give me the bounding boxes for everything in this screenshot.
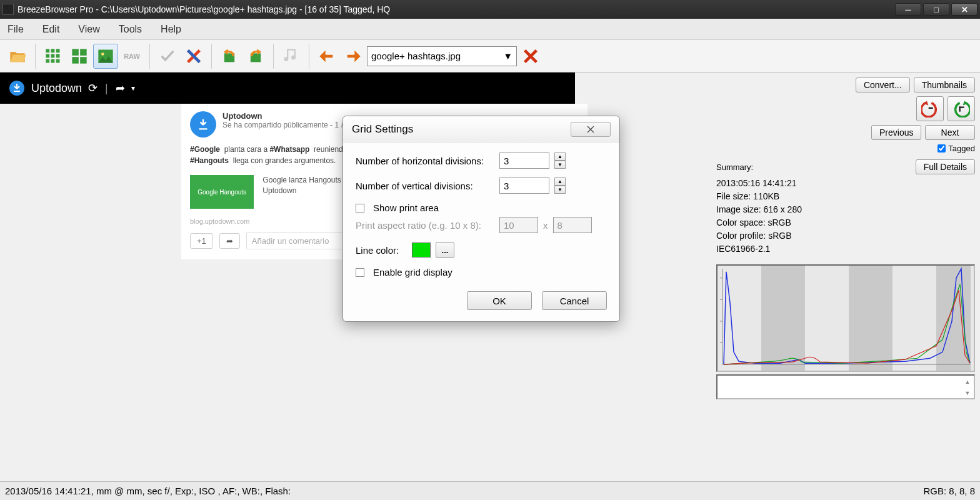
- dialog-title: Grid Settings: [352, 123, 413, 136]
- hdiv-input[interactable]: 3: [499, 152, 549, 169]
- spin-down-icon[interactable]: ▼: [554, 161, 566, 169]
- detail-datetime: 2013:05:16 14:41:21: [716, 177, 975, 190]
- prev-arrow-button[interactable]: [314, 44, 339, 69]
- delete-button[interactable]: [518, 44, 543, 69]
- post-shared-line: Se ha compartido públicamente - 1 #: [222, 121, 345, 129]
- convert-button[interactable]: Convert...: [856, 78, 910, 92]
- svg-rect-3: [46, 54, 49, 58]
- download-circle-icon: [9, 80, 25, 96]
- maximize-button[interactable]: □: [923, 3, 949, 16]
- vdiv-input[interactable]: 3: [499, 178, 549, 194]
- histogram: [716, 264, 975, 372]
- svg-rect-7: [51, 59, 55, 62]
- show-print-area-label: Show print area: [373, 202, 439, 213]
- minimize-button[interactable]: ─: [895, 3, 921, 16]
- svg-rect-4: [51, 54, 55, 58]
- detail-iec: IEC61966-2.1: [716, 242, 975, 256]
- detail-colorprofile: Color profile: sRGB: [716, 229, 975, 242]
- share-icon[interactable]: ➦: [116, 81, 125, 95]
- tagged-label: Tagged: [948, 144, 975, 153]
- svg-rect-23: [849, 266, 892, 371]
- enable-grid-label: Enable grid display: [373, 267, 452, 278]
- next-arrow-button[interactable]: [341, 44, 366, 69]
- audio-button[interactable]: [279, 44, 304, 69]
- status-bar: 2013/05/16 14:41:21, mm @ mm, sec f/, Ex…: [0, 481, 980, 500]
- vdiv-spinner[interactable]: ▲▼: [554, 178, 566, 194]
- rotate-left-button[interactable]: [217, 44, 242, 69]
- svg-rect-21: [718, 266, 974, 371]
- svg-rect-0: [46, 49, 49, 52]
- grid-large-button[interactable]: [67, 44, 92, 69]
- ok-button[interactable]: OK: [467, 291, 532, 310]
- spin-down-icon[interactable]: ▼: [554, 186, 566, 194]
- svg-rect-9: [72, 49, 79, 56]
- open-folder-button[interactable]: [5, 44, 30, 69]
- status-rgb: RGB: 8, 8, 8: [923, 486, 975, 496]
- status-left: 2013/05/16 14:41:21, mm @ mm, sec f/, Ex…: [5, 486, 291, 496]
- plus-one-button[interactable]: +1: [190, 233, 213, 249]
- svg-rect-10: [80, 49, 87, 56]
- svg-rect-18: [929, 108, 933, 109]
- menu-tools[interactable]: Tools: [119, 24, 142, 35]
- tag-check-button[interactable]: [155, 44, 180, 69]
- window-title: BreezeBrowser Pro - C:\Users\Uptodown\Pi…: [18, 4, 893, 14]
- spin-up-icon[interactable]: ▲: [554, 178, 566, 186]
- close-button[interactable]: ✕: [951, 3, 978, 16]
- avatar: [190, 111, 216, 138]
- menu-file[interactable]: File: [8, 24, 24, 35]
- refresh-icon[interactable]: ⟳: [88, 81, 98, 95]
- rotate-cw-button[interactable]: [948, 96, 975, 121]
- aspect-x: x: [543, 220, 548, 231]
- side-panel: Convert... Thumbnails Previous Next Tagg…: [711, 72, 980, 481]
- svg-rect-12: [80, 57, 87, 64]
- page-header-bar: Uptodown ⟳ | ➦ ▾: [0, 72, 575, 104]
- svg-rect-11: [72, 57, 79, 64]
- menu-edit[interactable]: Edit: [42, 24, 60, 35]
- grid-settings-dialog: Grid Settings Number of horizontal divis…: [342, 116, 620, 322]
- show-print-area-checkbox[interactable]: [356, 204, 364, 212]
- summary-label: Summary:: [716, 162, 753, 172]
- post-author: Uptodown: [222, 111, 345, 121]
- previous-button[interactable]: Previous: [871, 125, 921, 140]
- toolbar: RAW google+ hashtags.jpg ▼: [0, 40, 980, 72]
- spin-up-icon[interactable]: ▲: [554, 152, 566, 161]
- svg-rect-22: [761, 266, 805, 371]
- share-button[interactable]: ➦: [219, 233, 240, 249]
- single-image-button[interactable]: [93, 44, 118, 69]
- hdiv-label: Number of horizontal divisions:: [356, 156, 494, 166]
- svg-rect-8: [56, 59, 60, 62]
- image-details: 2013:05:16 14:41:21 File size: 110KB Ima…: [716, 177, 975, 256]
- file-dropdown[interactable]: google+ hashtags.jpg ▼: [367, 46, 517, 66]
- svg-rect-5: [56, 54, 60, 58]
- scroll-down-icon[interactable]: ▼: [962, 388, 972, 398]
- rotate-ccw-button[interactable]: [916, 96, 944, 121]
- hdiv-spinner[interactable]: ▲▼: [554, 152, 566, 169]
- menubar: File Edit View Tools Help: [0, 19, 980, 40]
- full-details-button[interactable]: Full Details: [916, 159, 975, 174]
- cancel-button[interactable]: Cancel: [542, 291, 607, 310]
- color-picker-button[interactable]: ...: [436, 242, 454, 258]
- rotate-right-button[interactable]: [243, 44, 268, 69]
- tag-x-button[interactable]: [181, 44, 206, 69]
- dialog-close-button[interactable]: [571, 122, 611, 137]
- window-titlebar: BreezeBrowser Pro - C:\Users\Uptodown\Pi…: [0, 0, 980, 19]
- svg-rect-2: [56, 49, 60, 52]
- grid-small-button[interactable]: [41, 44, 66, 69]
- line-color-swatch: [412, 242, 431, 258]
- scroll-up-icon[interactable]: ▲: [962, 377, 972, 387]
- raw-button[interactable]: RAW: [119, 44, 144, 69]
- menu-view[interactable]: View: [78, 24, 99, 35]
- aspect-label: Print aspect ratio (e.g. 10 x 8):: [356, 220, 494, 231]
- svg-rect-6: [46, 59, 49, 62]
- chevron-down-icon: ▼: [503, 51, 512, 61]
- chevron-down-icon[interactable]: ▾: [131, 84, 135, 92]
- enable-grid-checkbox[interactable]: [356, 268, 364, 277]
- thumbnails-button[interactable]: Thumbnails: [914, 78, 975, 92]
- comment-box[interactable]: ▲▼: [716, 374, 975, 399]
- next-button[interactable]: Next: [925, 125, 975, 140]
- page-header-title: Uptodown: [31, 82, 82, 95]
- detail-colorspace: Color space: sRGB: [716, 216, 975, 229]
- tagged-checkbox[interactable]: [938, 144, 946, 152]
- aspect-w-input: 10: [499, 217, 538, 233]
- menu-help[interactable]: Help: [161, 24, 181, 35]
